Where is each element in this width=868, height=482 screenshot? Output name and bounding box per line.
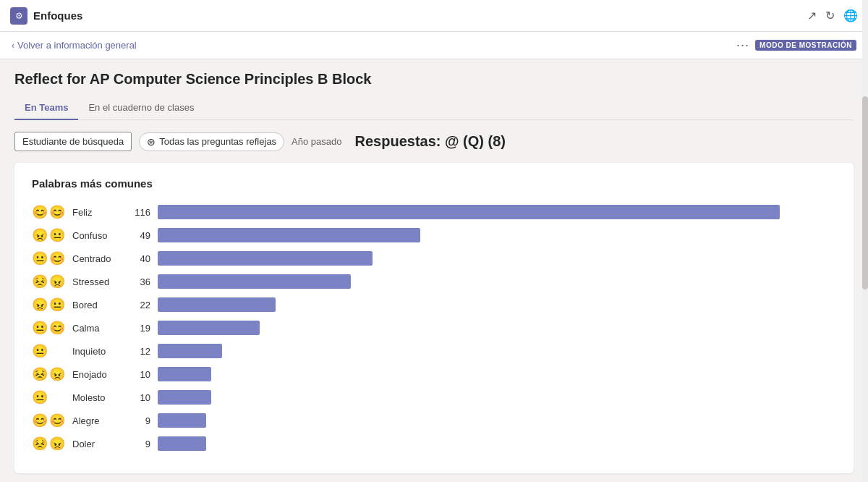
demo-mode-badge: MODO DE MOSTRACIÓN [755, 40, 856, 51]
word-count: 49 [130, 230, 150, 241]
app-icon: ⚙ [10, 7, 27, 25]
questions-filter-label: Todas las preguntas reflejas [159, 136, 276, 147]
bar-container [158, 320, 836, 336]
bar-container [158, 389, 836, 405]
emoji-2: 😊 [49, 250, 65, 266]
chart-row: 😠 😐 Confuso 49 [32, 227, 836, 243]
word-label: Molesto [72, 392, 123, 403]
more-options-button[interactable]: ··· [736, 38, 749, 53]
word-label: Confuso [72, 230, 123, 241]
chart-rows: 😊 😊 Feliz 116 😠 😐 Confuso 49 😐 😊 [32, 204, 836, 452]
emoji-1: 😣 [32, 366, 48, 382]
emoji-2: 😊 [49, 204, 65, 220]
emoji-2: 😊 [49, 413, 65, 428]
bar-container [158, 436, 836, 452]
bar-container [158, 366, 836, 382]
globe-icon[interactable]: 🌐 [843, 9, 858, 22]
emoji-1: 😠 [32, 297, 48, 313]
bar-container [158, 274, 836, 289]
minimize-icon[interactable]: ↗ [807, 9, 817, 22]
emoji-group: 😣 😠 [32, 274, 65, 289]
chart-row: 😊 😊 Alegre 9 [32, 413, 836, 428]
emoji-1: 😐 [32, 250, 48, 266]
word-label: Bored [72, 300, 123, 310]
word-count: 116 [130, 207, 150, 218]
filters-row: Estudiante de búsqueda ⊛ Todas las pregu… [14, 132, 854, 151]
bar-container [158, 250, 836, 266]
bar [158, 228, 420, 242]
emoji-1: 😐 [32, 389, 48, 405]
tab-en-teams[interactable]: En Teams [14, 96, 78, 120]
back-link-label: Volver a información general [17, 40, 137, 51]
questions-filter-chip[interactable]: ⊛ Todas las preguntas reflejas [139, 132, 284, 151]
chart-row: 😐 Molesto 10 [32, 389, 836, 405]
word-count: 9 [130, 439, 150, 449]
emoji-group: 😐 😊 [32, 320, 65, 336]
responses-label: Respuestas: @ (Q) (8) [355, 133, 506, 150]
chart-row: 😐 😊 Calma 19 [32, 320, 836, 336]
emoji-1: 😣 [32, 274, 48, 289]
scrollbar-track[interactable] [862, 0, 868, 482]
bar [158, 297, 276, 312]
questions-filter-icon: ⊛ [147, 136, 156, 148]
word-count: 12 [130, 346, 150, 357]
chart-row: 😣 😠 Enojado 10 [32, 366, 836, 382]
chart-row: 😣 😠 Stressed 36 [32, 274, 836, 289]
word-count: 10 [130, 369, 150, 380]
word-count: 10 [130, 392, 150, 403]
bar [158, 321, 260, 335]
chart-title: Palabras más comunes [32, 177, 836, 190]
emoji-2: 😐 [49, 227, 65, 243]
refresh-icon[interactable]: ↻ [825, 9, 835, 22]
chart-row: 😊 😊 Feliz 116 [32, 204, 836, 220]
word-label: Doler [72, 439, 123, 449]
page-title: Reflect for AP Computer Science Principl… [14, 71, 854, 88]
bar [158, 390, 211, 405]
emoji-1: 😊 [32, 204, 48, 220]
top-nav-right: ··· MODO DE MOSTRACIÓN [736, 38, 856, 53]
emoji-2: 😊 [49, 320, 65, 336]
bar [158, 436, 206, 451]
top-nav: ‹ Volver a información general ··· MODO … [0, 32, 868, 59]
emoji-1: 😠 [32, 227, 48, 243]
bar [158, 413, 206, 428]
emoji-group: 😣 😠 [32, 436, 65, 452]
bar-container [158, 343, 836, 359]
emoji-group: 😐 😊 [32, 250, 65, 266]
emoji-group: 😣 😠 [32, 366, 65, 382]
bar-container [158, 297, 836, 313]
year-filter[interactable]: Año pasado [292, 136, 341, 147]
chart-row: 😐 Inquieto 12 [32, 343, 836, 359]
emoji-group: 😊 😊 [32, 204, 65, 220]
emoji-1: 😣 [32, 436, 48, 452]
word-label: Calma [72, 323, 123, 334]
word-label: Enojado [72, 369, 123, 380]
chart-card: Palabras más comunes 😊 😊 Feliz 116 😠 😐 C… [14, 163, 854, 473]
scrollbar-thumb[interactable] [862, 96, 868, 289]
bar [158, 367, 211, 381]
app-title: Enfoques [33, 9, 807, 22]
emoji-group: 😠 😐 [32, 297, 65, 313]
title-bar-actions: ↗ ↻ 🌐 [807, 9, 858, 22]
emoji-2: 😐 [49, 297, 65, 313]
word-count: 19 [130, 323, 150, 334]
word-label: Feliz [72, 207, 123, 218]
tabs-container: En Teams En el cuaderno de clases [14, 96, 854, 120]
emoji-1: 😊 [32, 413, 48, 428]
word-count: 40 [130, 253, 150, 264]
emoji-2: 😠 [49, 436, 65, 452]
word-count: 9 [130, 415, 150, 426]
title-bar: ⚙ Enfoques ↗ ↻ 🌐 [0, 0, 868, 32]
bar-container [158, 204, 836, 220]
word-label: Inquieto [72, 346, 123, 357]
word-count: 36 [130, 276, 150, 287]
bar [158, 274, 351, 289]
student-search-button[interactable]: Estudiante de búsqueda [14, 132, 132, 151]
tab-cuaderno[interactable]: En el cuaderno de clases [78, 96, 204, 120]
word-label: Stressed [72, 276, 123, 287]
main-content: Reflect for AP Computer Science Principl… [0, 59, 868, 482]
word-label: Centrado [72, 253, 123, 264]
back-link[interactable]: ‹ Volver a información general [12, 40, 137, 51]
word-label: Alegre [72, 415, 123, 426]
chart-row: 😠 😐 Bored 22 [32, 297, 836, 313]
